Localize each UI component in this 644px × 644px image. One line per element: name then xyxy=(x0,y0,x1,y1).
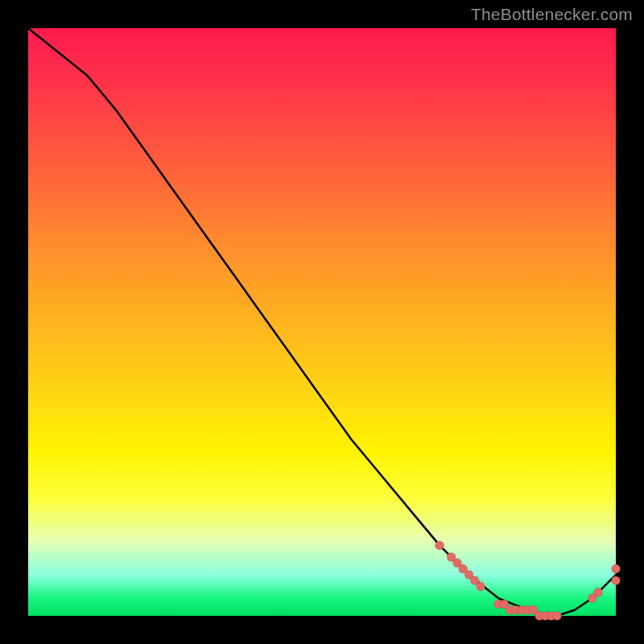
data-point-endpoint-b xyxy=(612,564,621,573)
chart-overlay xyxy=(28,28,616,616)
attribution-text: TheBottlenecker.com xyxy=(471,5,633,24)
bottleneck-curve xyxy=(28,28,616,616)
data-point-rising-b xyxy=(594,588,603,597)
data-point-endpoint-a xyxy=(612,576,621,585)
data-point-cluster-falling-g xyxy=(477,582,485,591)
data-point-cluster-falling-a xyxy=(436,541,444,550)
data-point-bottom-k xyxy=(553,612,562,621)
data-points-group xyxy=(436,541,621,621)
chart-container: TheBottlenecker.com xyxy=(0,0,644,644)
